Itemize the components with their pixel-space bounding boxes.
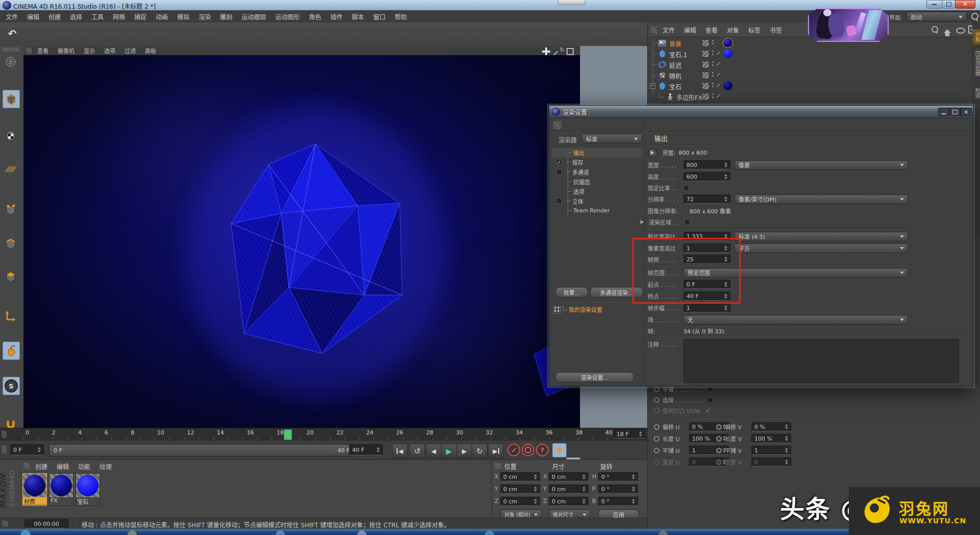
spinner-icon[interactable] [637, 430, 642, 438]
rot-p-field[interactable]: 0 ° [598, 484, 638, 494]
size-x-field[interactable]: 0 cm [549, 472, 589, 481]
interface-dropdown[interactable]: 启动 [906, 12, 967, 21]
animation-dot-icon[interactable] [654, 386, 659, 392]
dialog-nav-multipass[interactable]: 多通道 [552, 167, 642, 177]
render-region-checkbox[interactable] [684, 220, 690, 225]
enabled-check[interactable]: ✓ [716, 71, 721, 78]
model-mode-button[interactable] [3, 90, 20, 108]
width-field[interactable]: 800 [683, 160, 730, 169]
menu-item-7[interactable]: 动画 [151, 12, 173, 21]
pos-x-field[interactable]: 0 cm [500, 472, 540, 481]
pos-z-field[interactable]: 0 cm [500, 497, 540, 506]
frame-step-field[interactable]: 1 [683, 303, 730, 312]
save-checkbox[interactable]: ✓ [556, 159, 562, 165]
object-manager-menu-item-1[interactable]: 编辑 [679, 26, 701, 34]
menu-item-17[interactable]: 帮助 [390, 12, 411, 21]
visibility-dots[interactable] [712, 93, 714, 98]
viewport-toggle-icon[interactable] [567, 48, 574, 55]
menu-item-15[interactable]: 脚本 [347, 12, 369, 21]
panel-grip-icon[interactable] [2, 521, 8, 527]
undo-button[interactable]: ↶ [4, 25, 20, 42]
panel-grip-icon[interactable] [495, 463, 501, 469]
menu-item-4[interactable]: 工具 [87, 12, 108, 21]
viewport-3d[interactable] [23, 55, 580, 428]
dialog-minimize-button[interactable] [938, 108, 949, 116]
viewport-zoom-icon[interactable] [549, 47, 558, 56]
resolution-unit-dropdown[interactable]: 像素/英寸(DPI) [734, 194, 908, 204]
menu-item-12[interactable]: 运动图形 [271, 12, 304, 21]
material-menu-item-1[interactable]: 编辑 [52, 462, 74, 471]
layer-color-box[interactable] [702, 39, 709, 47]
os-taskbar[interactable] [0, 529, 980, 535]
enabled-check[interactable]: ✓ [716, 50, 721, 57]
texture-mode-button[interactable] [3, 127, 19, 144]
stereo-checkbox[interactable] [556, 198, 562, 204]
goto-end-button[interactable]: ▶ [488, 444, 504, 458]
effects-button[interactable]: 效果... [555, 287, 588, 298]
render-settings-bottom-button[interactable]: 渲染设置... [555, 372, 634, 382]
dialog-maximize-button[interactable] [949, 108, 961, 116]
material-item[interactable]: FX [49, 473, 74, 506]
panel-grip-icon[interactable] [23, 463, 30, 469]
make-editable-mode-button[interactable] [3, 53, 19, 70]
pixel-aspect-dropdown[interactable]: 平方 [734, 244, 908, 253]
renderer-dropdown[interactable]: 标准 [582, 134, 642, 143]
attr-length-v[interactable]: 长度 V 100 % [716, 433, 791, 444]
dialog-nav-output[interactable]: 输出 [552, 148, 642, 157]
material-item[interactable]: 宝石 [76, 473, 100, 506]
snap-s-button[interactable]: S [3, 377, 20, 395]
axis-mode-button[interactable] [3, 307, 19, 325]
object-row-polyfx[interactable]: 多边形FX ✓ [648, 91, 980, 102]
fields-dropdown[interactable]: 无 [683, 315, 908, 325]
attr-tiles-v[interactable]: 平铺 V 1 [716, 445, 791, 455]
menu-item-16[interactable]: 窗口 [369, 12, 390, 21]
om-search-icon[interactable] [932, 26, 938, 33]
width-unit-dropdown[interactable]: 像素 [734, 160, 908, 170]
menu-item-6[interactable]: 捕捉 [130, 12, 151, 21]
menu-item-9[interactable]: 渲染 [194, 12, 215, 21]
object-row-delay[interactable]: 延迟 ✓ [648, 59, 980, 70]
pos-y-field[interactable]: 0 cm [500, 484, 540, 494]
key-position-toggle[interactable] [552, 443, 567, 457]
menu-item-5[interactable]: 网格 [108, 12, 130, 21]
continue-checkbox[interactable] [707, 397, 713, 403]
menu-item-14[interactable]: 插件 [326, 12, 347, 21]
object-row-gem[interactable]: 宝石 ✓ [648, 81, 980, 91]
current-frame-field[interactable]: 18 F [614, 429, 645, 439]
object-row-random[interactable]: 随机 ✓ [648, 70, 980, 81]
multipass-checkbox[interactable] [556, 169, 562, 175]
attr-offset-v[interactable]: 偏移 V 0 % [716, 422, 791, 432]
panel-grip-icon[interactable] [2, 446, 7, 454]
viewport-menu-item-4[interactable]: 过滤 [120, 46, 140, 55]
lock-ratio-checkbox[interactable] [683, 185, 689, 191]
tab-structure[interactable]: 构造 [972, 85, 980, 101]
layer-color-box[interactable] [702, 61, 709, 68]
object-manager-menu-item-3[interactable]: 对象 [722, 26, 744, 34]
viewport-menu-item-5[interactable]: 面板 [140, 46, 161, 55]
annotation-textarea[interactable] [683, 339, 959, 383]
tile-checkbox[interactable] [707, 386, 713, 392]
my-render-settings-row[interactable]: 我的渲染设置 [553, 305, 643, 314]
height-field[interactable]: 600 [683, 172, 730, 181]
size-z-field[interactable]: 0 cm [549, 497, 589, 506]
preset-row[interactable]: 预置: 800 x 600 [648, 148, 966, 158]
play-button[interactable]: ▶ [441, 444, 457, 458]
range-end-field[interactable]: 40 F [349, 444, 383, 455]
dialog-nav-options[interactable]: 选项 [552, 186, 642, 196]
material-menu-item-3[interactable]: 纹理 [95, 462, 116, 471]
material-menu-item-0[interactable]: 创建 [31, 462, 52, 471]
menu-item-0[interactable]: 文件 [1, 12, 22, 21]
timeline-ruler[interactable]: 0246810121416182022242628303234363840 [23, 429, 615, 440]
expander-icon[interactable] [650, 83, 655, 89]
dialog-nav-stereo[interactable]: 立体 [552, 196, 642, 206]
attr-row-bump-uvw[interactable]: 使用凹凸 UVW ✓ [654, 405, 710, 416]
restore-button[interactable] [942, 0, 955, 9]
menu-item-13[interactable]: 角色 [304, 12, 326, 21]
layer-color-box[interactable] [702, 50, 709, 58]
animation-dot-icon[interactable] [654, 397, 659, 403]
visibility-dots[interactable] [712, 83, 714, 87]
object-row-background[interactable]: 背景 [648, 38, 980, 48]
material-tag-thumb[interactable] [723, 38, 732, 47]
object-row-gem1[interactable]: 宝石.1 ✓ [648, 48, 980, 59]
panel-grip-icon[interactable] [2, 431, 7, 438]
